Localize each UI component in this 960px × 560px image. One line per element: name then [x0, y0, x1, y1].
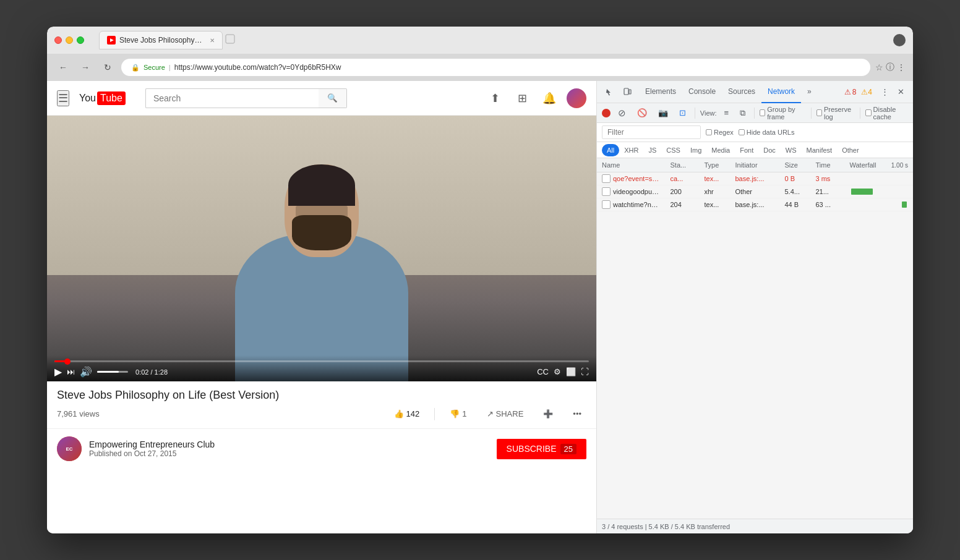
titlebar: ▶ Steve Jobs Philosophy on Life ✕: [47, 27, 913, 54]
settings-button[interactable]: ⚙: [554, 367, 561, 376]
disable-cache-checkbox[interactable]: [865, 109, 871, 116]
like-button[interactable]: 👍 142: [389, 407, 425, 421]
stop-button[interactable]: ⊘: [614, 105, 630, 121]
view-label: View:: [700, 109, 717, 117]
video-controls: ▶ ⏭ 🔊 0:02 / 1:28 CC ⚙: [47, 355, 596, 381]
devtools-close-button[interactable]: ✕: [894, 85, 908, 99]
upload-button[interactable]: ⬆: [485, 88, 505, 108]
table-row[interactable]: qoe?event=strea... ca... tex... base.js:…: [597, 172, 913, 185]
bookmark-icon[interactable]: ☆: [875, 62, 883, 72]
th-type[interactable]: Type: [700, 159, 731, 171]
group-frame-checkbox[interactable]: [760, 109, 765, 116]
hide-data-urls-checkbox[interactable]: [739, 129, 745, 135]
menu-icon[interactable]: ⋮: [897, 62, 906, 72]
video-player: ▶ ⏭ 🔊 0:02 / 1:28 CC ⚙: [47, 116, 596, 381]
volume-slider[interactable]: [97, 371, 128, 373]
apps-button[interactable]: ⊞: [512, 88, 532, 108]
channel-name[interactable]: Empowering Entrepreneurs Club: [89, 439, 215, 449]
regex-checkbox[interactable]: [706, 129, 712, 135]
row-checkbox[interactable]: [602, 200, 611, 209]
console-tab[interactable]: Console: [682, 81, 722, 103]
reload-button[interactable]: ↻: [99, 59, 116, 76]
table-row[interactable]: watchtime?ns=yt... 204 tex... base.js:..…: [597, 198, 913, 211]
new-tab-button[interactable]: [225, 34, 235, 47]
view-stack-button[interactable]: ⧉: [736, 106, 749, 121]
inspect-element-button[interactable]: [602, 85, 618, 99]
more-tabs-button[interactable]: »: [801, 81, 818, 103]
type-xhr-button[interactable]: XHR: [619, 144, 643, 156]
th-initiator[interactable]: Initiator: [731, 159, 780, 171]
th-status[interactable]: Sta...: [666, 159, 700, 171]
info-icon[interactable]: ⓘ: [886, 62, 894, 73]
back-button[interactable]: ←: [54, 59, 72, 76]
fullscreen-button[interactable]: ⛶: [581, 367, 589, 376]
volume-button[interactable]: 🔊: [80, 366, 92, 378]
more-button[interactable]: •••: [568, 407, 586, 421]
type-doc-button[interactable]: Doc: [758, 144, 781, 156]
th-name[interactable]: Name: [597, 159, 666, 171]
hamburger-menu-button[interactable]: ☰: [57, 90, 69, 106]
device-toggle-button[interactable]: [619, 85, 635, 99]
row-checkbox[interactable]: [602, 187, 611, 196]
error-badge[interactable]: ⚠ 8: [844, 88, 857, 96]
secure-label: Secure: [144, 64, 165, 71]
th-waterfall[interactable]: Waterfall 1.00 s: [845, 159, 914, 171]
th-time[interactable]: Time: [811, 159, 845, 171]
screenshot-button[interactable]: 📷: [654, 106, 672, 120]
disable-cache-label[interactable]: Disable cache: [865, 106, 908, 121]
subtitles-button[interactable]: CC: [537, 367, 549, 376]
warning-badge[interactable]: ⚠ 4: [857, 85, 876, 99]
skip-button[interactable]: ⏭: [67, 367, 75, 376]
type-other-button[interactable]: Other: [837, 144, 864, 156]
channel-avatar[interactable]: EC: [57, 436, 82, 461]
miniplayer-button[interactable]: ⬜: [566, 367, 576, 376]
td-type: tex...: [700, 199, 731, 210]
type-img-button[interactable]: Img: [685, 144, 706, 156]
play-button[interactable]: ▶: [54, 366, 62, 378]
address-bar[interactable]: 🔒 Secure | https://www.youtube.com/watch…: [121, 59, 870, 76]
record-button[interactable]: [602, 109, 611, 117]
row-checkbox[interactable]: [602, 174, 611, 183]
group-by-frame-label[interactable]: Group by frame: [760, 106, 806, 121]
type-font-button[interactable]: Font: [735, 144, 758, 156]
filter-input[interactable]: [602, 125, 701, 139]
add-to-playlist-button[interactable]: ➕: [538, 407, 558, 421]
search-input[interactable]: [145, 88, 319, 108]
preserve-log-label[interactable]: Preserve log: [816, 106, 855, 121]
filter-button[interactable]: ⊡: [675, 106, 690, 120]
sources-tab[interactable]: Sources: [722, 81, 761, 103]
type-media-button[interactable]: Media: [706, 144, 735, 156]
th-size[interactable]: Size: [780, 159, 811, 171]
profile-icon[interactable]: [893, 34, 906, 46]
subscribe-button[interactable]: SUBSCRIBE 25: [497, 439, 586, 459]
search-button[interactable]: 🔍: [319, 88, 347, 108]
network-tab[interactable]: Network: [761, 81, 801, 103]
type-css-button[interactable]: CSS: [661, 144, 685, 156]
notifications-button[interactable]: 🔔: [539, 88, 559, 108]
clear-button[interactable]: 🚫: [633, 106, 651, 120]
td-time: 63 ...: [811, 199, 845, 210]
forward-button[interactable]: →: [77, 59, 94, 76]
devtools-settings-button[interactable]: ⋮: [877, 85, 893, 99]
type-js-button[interactable]: JS: [643, 144, 661, 156]
view-list-button[interactable]: ≡: [721, 106, 733, 120]
maximize-button[interactable]: [77, 36, 84, 44]
close-button[interactable]: [54, 36, 62, 44]
share-button[interactable]: ↗ SHARE: [482, 407, 529, 421]
user-avatar[interactable]: [567, 88, 586, 108]
progress-bar[interactable]: [54, 360, 589, 362]
preserve-log-checkbox[interactable]: [816, 109, 822, 116]
td-size: 5.4...: [780, 186, 811, 197]
dislike-button[interactable]: 👎 1: [445, 407, 471, 421]
tab-close-icon[interactable]: ✕: [210, 37, 215, 44]
regex-label[interactable]: Regex: [706, 129, 734, 136]
type-manifest-button[interactable]: Manifest: [802, 144, 838, 156]
elements-tab[interactable]: Elements: [639, 81, 682, 103]
td-name: qoe?event=strea...: [597, 172, 666, 185]
active-tab[interactable]: ▶ Steve Jobs Philosophy on Life ✕: [99, 31, 223, 49]
type-all-button[interactable]: All: [602, 144, 619, 156]
hide-data-urls-label[interactable]: Hide data URLs: [739, 129, 795, 136]
type-ws-button[interactable]: WS: [781, 144, 802, 156]
table-row[interactable]: videogoodput?id... 200 xhr Other 5.4... …: [597, 185, 913, 198]
minimize-button[interactable]: [66, 36, 73, 44]
